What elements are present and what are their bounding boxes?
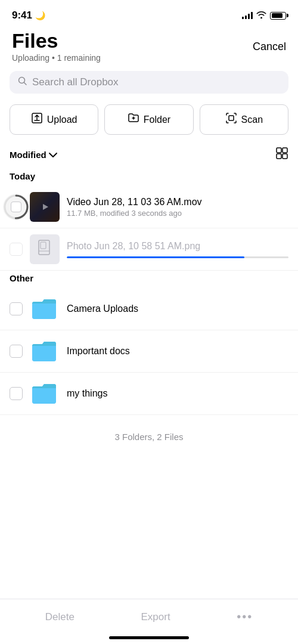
grid-view-button[interactable] [275,147,288,163]
checkbox-photo[interactable] [10,243,23,256]
page-title: Files [12,30,101,52]
export-button[interactable]: Export [129,609,182,626]
folder-thumbnail-my-things [30,379,60,408]
svg-rect-10 [41,242,46,249]
upload-spinner [3,194,29,220]
upload-progress-bar [67,256,288,258]
file-meta-video: 11.7 MB, modified 3 seconds ago [67,209,288,218]
file-info-video: Video Jun 28, 11 03 36 AM.mov 11.7 MB, m… [67,197,288,218]
search-icon [18,76,27,88]
scan-button[interactable]: Scan [200,104,288,135]
svg-rect-4 [283,148,287,153]
file-item-photo: Photo Jun 28, 10 58 51 AM.png [0,228,298,271]
file-name-my-things: my things [67,388,288,399]
file-name-video: Video Jun 28, 11 03 36 AM.mov [67,197,288,208]
cancel-button[interactable]: Cancel [253,36,286,58]
wifi-icon [256,11,266,20]
upload-progress-fill [67,256,244,258]
file-info-important-docs: Important docs [67,346,288,357]
checkbox-important-docs[interactable] [10,345,23,358]
svg-rect-3 [277,148,281,153]
delete-button[interactable]: Delete [33,609,86,626]
scan-icon [225,112,237,127]
svg-rect-2 [229,116,234,120]
folder-item-camera-uploads: Camera Uploads [0,288,298,330]
folder-thumbnail-important-docs [30,336,60,366]
upload-remaining: 1 remaining [57,53,101,63]
file-name-important-docs: Important docs [67,346,288,357]
more-button[interactable]: ••• [225,608,265,626]
folder-item-important-docs: Important docs [0,330,298,373]
file-info-photo: Photo Jun 28, 10 58 51 AM.png [67,241,288,258]
checkbox-camera-uploads[interactable] [10,302,23,315]
folder-icon [128,112,139,127]
folder-item-my-things: my things [0,373,298,415]
summary-text: 3 Folders, 2 Files [0,415,298,454]
scan-label: Scan [241,114,263,125]
section-header-other: Other [0,271,298,288]
svg-rect-5 [277,154,281,159]
section-header-today: Today [0,169,298,186]
folder-button[interactable]: Folder [104,104,193,135]
video-thumb-inner [30,192,60,222]
sort-label: Modified [10,150,46,160]
file-info-my-things: my things [67,388,288,399]
upload-button[interactable]: Upload [10,104,98,135]
checkbox-my-things[interactable] [10,387,23,400]
upload-status: Uploading • 1 remaining [12,53,101,63]
svg-rect-6 [283,154,287,159]
upload-status-text: Uploading [12,53,49,63]
search-container: Search all Dropbox [0,65,298,100]
upload-label: Upload [47,114,77,125]
home-indicator [109,636,189,639]
file-info-camera-uploads: Camera Uploads [67,304,288,314]
sort-button[interactable]: Modified [10,150,57,160]
header-left: Files Uploading • 1 remaining [12,30,101,63]
chevron-down-icon [49,151,57,159]
file-name-photo: Photo Jun 28, 10 58 51 AM.png [67,241,288,252]
folder-label: Folder [144,114,170,125]
battery-icon [270,12,286,20]
search-bar[interactable]: Search all Dropbox [10,71,288,94]
search-placeholder: Search all Dropbox [32,76,119,88]
file-name-camera-uploads: Camera Uploads [67,304,288,314]
status-icons [242,11,286,20]
upload-icon [31,112,43,127]
status-bar: 9:41 🌙 [0,0,298,26]
file-item-video: Video Jun 28, 11 03 36 AM.mov 11.7 MB, m… [0,186,298,228]
sort-row: Modified [0,143,298,169]
moon-icon: 🌙 [35,11,45,20]
signal-bars-icon [242,12,253,19]
action-buttons: Upload Folder Scan [0,100,298,143]
photo-thumbnail [30,234,60,264]
video-thumbnail [30,192,60,222]
status-time: 9:41 [12,10,32,21]
page-header: Files Uploading • 1 remaining Cancel [0,26,298,65]
upload-dot: • [49,53,57,63]
folder-thumbnail-camera-uploads [30,294,60,324]
